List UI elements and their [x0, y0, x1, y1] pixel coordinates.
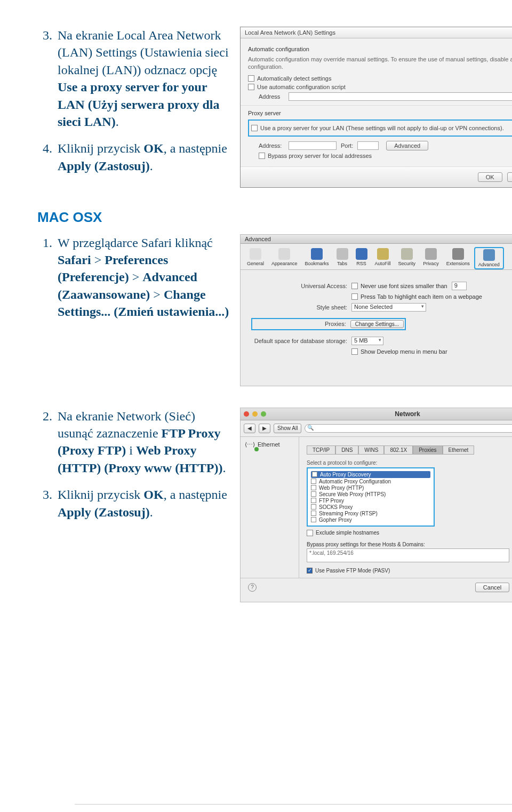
auto-config-label: Automatic configuration [248, 46, 512, 52]
footer-rule [75, 804, 512, 805]
protocol-item[interactable]: Web Proxy (HTTP) [311, 485, 430, 491]
address-label: Address [259, 93, 284, 100]
advanced-icon [483, 249, 495, 261]
tab-ethernet[interactable]: Ethernet [443, 445, 475, 455]
check-icon: ✓ [307, 568, 313, 574]
titlebar: Network [241, 408, 512, 420]
proxy-protocol-list: Auto Proxy DiscoveryAutomatic Proxy Conf… [307, 467, 435, 527]
protocol-item[interactable]: Streaming Proxy (RTSP) [311, 511, 430, 516]
auto-detect-checkbox[interactable]: Automatically detect settings [248, 75, 512, 82]
min-font-input[interactable]: 9 [452, 282, 467, 290]
mac-step-1: 1. W przeglądarce Safari kliknąć Safari … [37, 234, 229, 321]
auto-config-desc: Automatic configuration may override man… [248, 55, 512, 71]
protocol-item[interactable]: Secure Web Proxy (HTTPS) [311, 491, 430, 497]
prefs-tab-rss[interactable]: RSS [353, 247, 371, 269]
mac-step-2: 2. Na ekranie Network (Sieć) usunąć zazn… [37, 408, 229, 477]
dialog-title: Local Area Network (LAN) Settings [245, 29, 335, 36]
checkbox-icon [311, 511, 316, 516]
tab-8021x[interactable]: 802.1X [384, 445, 413, 455]
proxy-port-label: Port: [341, 142, 353, 149]
bypass-local-checkbox[interactable]: Bypass proxy server for local addresses [259, 153, 512, 159]
rss-icon [356, 248, 367, 260]
prefs-tab-appearance[interactable]: Appearance [268, 247, 301, 269]
protocol-item[interactable]: SOCKS Proxy [311, 504, 430, 510]
checkbox-icon [311, 517, 316, 522]
prefs-tab-tabs[interactable]: Tabs [333, 247, 351, 269]
proxy-port-input[interactable] [357, 141, 379, 150]
mac-steps-2: 2. Na ekranie Network (Sieć) usunąć zazn… [37, 408, 229, 521]
universal-access-label: Universal Access: [251, 283, 347, 289]
prefs-tab-advanced[interactable]: Advanced [474, 247, 504, 269]
proxies-label: Proxies: [253, 321, 346, 327]
help-icon[interactable]: ? [248, 583, 257, 592]
windows-steps: 3. Na ekranie Local Area Network (LAN) S… [37, 27, 229, 174]
window-title: Network [269, 410, 512, 418]
bypass-label: Bypass proxy settings for these Hosts & … [307, 542, 512, 547]
security-icon [401, 248, 413, 260]
network-sub-tabs: TCP/IPDNSWINS802.1XProxiesEthernet [307, 445, 512, 455]
step-text: W przeglądarce Safari kliknąć Safari > P… [58, 234, 229, 321]
proxy-address-label: Address: [259, 142, 284, 149]
extensions-icon [452, 248, 464, 260]
tab-dns[interactable]: DNS [335, 445, 358, 455]
checkbox-icon [311, 498, 316, 503]
style-sheet-select[interactable]: None Selected [351, 303, 426, 312]
min-font-checkbox[interactable]: Never use font sizes smaller than [351, 283, 447, 289]
checkbox-icon [311, 504, 316, 510]
protocol-item[interactable]: Gopher Proxy [311, 517, 430, 523]
use-proxy-checkbox[interactable]: Use a proxy server for your LAN (These s… [251, 125, 512, 131]
show-all-button[interactable]: Show All [274, 424, 301, 433]
macosx-heading: MAC OSX [37, 209, 512, 226]
db-storage-select[interactable]: 5 MB [351, 337, 383, 345]
step-number: 1. [37, 234, 52, 321]
dialog-title-bar: Advanced [241, 235, 512, 244]
step-number: 2. [37, 408, 52, 477]
protocol-item[interactable]: Automatic Proxy Configuration [311, 479, 430, 484]
protocol-item[interactable]: FTP Proxy [311, 498, 430, 504]
ok-button[interactable]: OK [478, 172, 502, 182]
bookmarks-icon [311, 248, 323, 260]
passive-ftp-checkbox[interactable]: ✓ Use Passive FTP Mode (PASV) [307, 568, 512, 574]
proxy-highlight: Use a proxy server for your LAN (These s… [248, 120, 512, 137]
network-sidebar: ⟨⋯⟩ Ethernet [241, 437, 299, 578]
mac-step-3: 3. Kliknij przycisk OK, a następnie Appl… [37, 486, 229, 521]
back-button[interactable]: ◀ [244, 424, 255, 433]
cancel-button[interactable]: Cancel [507, 172, 512, 182]
prefs-tab-extensions[interactable]: Extensions [443, 247, 473, 269]
tab-proxies[interactable]: Proxies [413, 445, 442, 455]
prefs-tab-autofill[interactable]: AutoFill [372, 247, 394, 269]
close-icon[interactable] [244, 411, 249, 417]
bypass-input[interactable]: *.local, 169.254/16 [307, 548, 509, 562]
script-address-input[interactable] [289, 92, 512, 101]
protocol-item[interactable]: Auto Proxy Discovery [311, 471, 430, 478]
tabs-icon [337, 248, 348, 260]
tab-wins[interactable]: WINS [358, 445, 384, 455]
network-prefs-dialog: Network ◀ ▶ Show All ⟨⋯⟩ Ethernet [240, 408, 512, 602]
search-input[interactable] [305, 424, 512, 433]
advanced-button[interactable]: Advanced [386, 141, 428, 150]
checkbox-icon [312, 472, 317, 477]
lan-settings-dialog: Local Area Network (LAN) Settings ✕ Auto… [240, 27, 512, 188]
step-4: 4. Kliknij przycisk OK, a następnie Appl… [37, 140, 229, 174]
general-icon [250, 248, 261, 260]
auto-script-checkbox[interactable]: Use automatic configuration script [248, 84, 512, 90]
ethernet-icon: ⟨⋯⟩ [245, 441, 255, 448]
prefs-tab-general[interactable]: General [244, 247, 267, 269]
prefs-tab-security[interactable]: Security [395, 247, 419, 269]
tab-tcpip[interactable]: TCP/IP [307, 445, 335, 455]
prefs-tab-bookmarks[interactable]: Bookmarks [302, 247, 332, 269]
prefs-tab-privacy[interactable]: Privacy [420, 247, 442, 269]
proxy-server-label: Proxy server [248, 110, 512, 116]
minimize-icon[interactable] [252, 411, 258, 417]
press-tab-checkbox[interactable]: Press Tab to highlight each item on a we… [351, 293, 482, 300]
show-develop-checkbox[interactable]: Show Develop menu in menu bar [351, 348, 447, 355]
change-settings-button[interactable]: Change Settings... [350, 320, 404, 328]
zoom-icon[interactable] [261, 411, 266, 417]
step-number: 4. [37, 140, 52, 174]
status-dot-icon [254, 447, 259, 451]
cancel-button[interactable]: Cancel [475, 583, 509, 592]
exclude-hostnames-checkbox[interactable]: Exclude simple hostnames [307, 530, 512, 536]
proxy-address-input[interactable] [289, 141, 337, 150]
forward-button[interactable]: ▶ [259, 424, 270, 433]
safari-advanced-dialog: Advanced GeneralAppearanceBookmarksTabsR… [240, 234, 512, 386]
